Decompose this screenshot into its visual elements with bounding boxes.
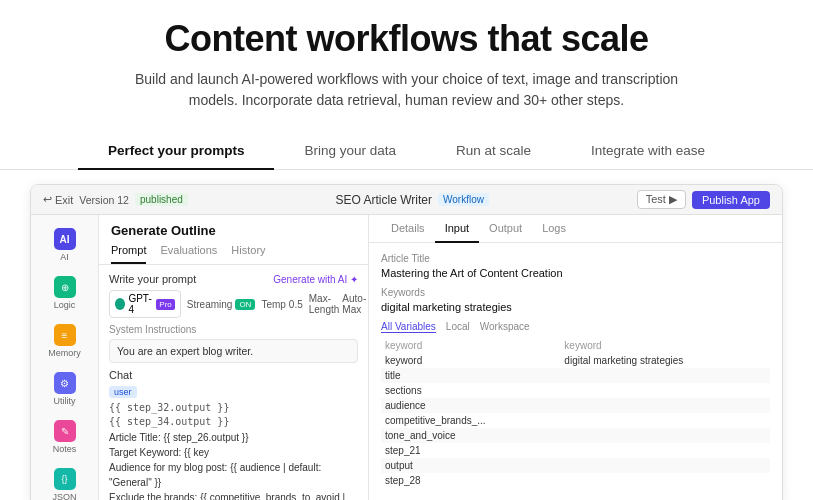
sidebar-label-utility: Utility (54, 396, 76, 406)
table-row: title (381, 368, 770, 383)
var-value (560, 458, 770, 473)
var-value (560, 413, 770, 428)
hero-subtitle: Build and launch AI-powered workflows wi… (127, 69, 687, 111)
pro-badge: Pro (156, 299, 174, 310)
var-tab-local[interactable]: Local (446, 321, 470, 333)
model-config: GPT-4 Pro Streaming ON Temp 0.5 Max-Leng… (109, 290, 358, 318)
table-row: audience (381, 398, 770, 413)
keywords-label: Keywords (381, 287, 770, 298)
article-title-value: Mastering the Art of Content Creation (381, 267, 770, 279)
chat-line2: {{ step_34.output }} (109, 416, 358, 427)
model-badge[interactable]: GPT-4 Pro (109, 290, 181, 318)
streaming-config: Streaming ON (187, 299, 256, 310)
sidebar-item-json[interactable]: {} JSON (39, 463, 91, 500)
system-instructions-text: You are an expert blog writer. (117, 345, 253, 357)
sidebar-label-json: JSON (52, 492, 76, 500)
sidebar-label-memory: Memory (48, 348, 81, 358)
notes-icon: ✎ (54, 420, 76, 442)
sidebar-label-ai: AI (60, 252, 69, 262)
streaming-label: Streaming (187, 299, 233, 310)
right-panel-tabs: Details Input Output Logs (369, 215, 782, 243)
test-button[interactable]: Test ▶ (637, 190, 686, 209)
system-instructions-box[interactable]: You are an expert blog writer. (109, 339, 358, 363)
var-value (560, 383, 770, 398)
table-row: step_28 (381, 473, 770, 488)
logic-icon: ⊕ (54, 276, 76, 298)
temp-value: 0.5 (289, 299, 303, 310)
chat-line1: {{ step_32.output }} (109, 402, 358, 413)
tab-run-at-scale[interactable]: Run at scale (426, 133, 561, 170)
var-name: step_28 (381, 473, 560, 488)
variables-table: keyword keyword keyworddigital marketing… (381, 338, 770, 488)
var-value: digital marketing strategies (560, 353, 770, 368)
generate-ai-button[interactable]: Generate with AI ✦ (273, 274, 358, 285)
var-value (560, 443, 770, 458)
table-row: output (381, 458, 770, 473)
tab-perfect-prompts[interactable]: Perfect your prompts (78, 133, 275, 170)
streaming-toggle[interactable]: ON (235, 299, 255, 310)
hero-title: Content workflows that scale (60, 18, 753, 59)
article-title-label: Article Title (381, 253, 770, 264)
tab-details[interactable]: Details (381, 215, 435, 243)
sidebar-label-logic: Logic (54, 300, 76, 310)
topbar-center: SEO Article Writer Workflow (196, 193, 629, 207)
maxlength-label: Max-Length (309, 293, 340, 315)
var-tab-workspace[interactable]: Workspace (480, 321, 530, 333)
app-frame: ↩ Exit Version 12 published SEO Article … (30, 184, 783, 500)
exit-button[interactable]: ↩ Exit (43, 193, 73, 206)
memory-icon: ≡ (54, 324, 76, 346)
app-content: AI AI ⊕ Logic ≡ Memory ⚙ Utility ✎ Notes… (31, 215, 782, 500)
center-panel: Generate Outline Prompt Evaluations Hist… (99, 215, 369, 500)
workflow-title: SEO Article Writer (336, 193, 432, 207)
table-row: competitive_brands_... (381, 413, 770, 428)
sidebar-item-logic[interactable]: ⊕ Logic (39, 271, 91, 315)
var-value (560, 428, 770, 443)
tab-prompt[interactable]: Prompt (111, 244, 146, 264)
json-icon: {} (54, 468, 76, 490)
user-badge: user (109, 386, 137, 398)
workflow-badge: Workflow (438, 193, 489, 206)
publish-button[interactable]: Publish App (692, 191, 770, 209)
topbar-left: ↩ Exit Version 12 published (43, 193, 188, 206)
var-name: keyword (381, 353, 560, 368)
var-value (560, 368, 770, 383)
gpt-icon (115, 298, 125, 310)
table-row: sections (381, 383, 770, 398)
sidebar-item-notes[interactable]: ✎ Notes (39, 415, 91, 459)
temp-config: Temp 0.5 (261, 299, 302, 310)
var-name: title (381, 368, 560, 383)
tab-bring-data[interactable]: Bring your data (274, 133, 426, 170)
hero-section: Content workflows that scale Build and l… (0, 0, 813, 111)
section-tabs: Perfect your prompts Bring your data Run… (0, 133, 813, 170)
var-name: output (381, 458, 560, 473)
sidebar-item-utility[interactable]: ⚙ Utility (39, 367, 91, 411)
temp-label: Temp (261, 299, 285, 310)
sidebar-item-ai[interactable]: AI AI (39, 223, 91, 267)
right-panel: Details Input Output Logs Article Title … (369, 215, 782, 500)
var-col-value: keyword (560, 338, 770, 353)
var-name: tone_and_voice (381, 428, 560, 443)
var-name: step_21 (381, 443, 560, 458)
version-label: Version 12 (79, 194, 129, 206)
tab-output[interactable]: Output (479, 215, 532, 243)
top-bar: ↩ Exit Version 12 published SEO Article … (31, 185, 782, 215)
article-content[interactable]: Article Title: {{ step_26.output }} Targ… (109, 430, 358, 500)
chat-label: Chat (109, 369, 358, 381)
ai-icon: AI (54, 228, 76, 250)
table-row: step_21 (381, 443, 770, 458)
var-tab-all[interactable]: All Variables (381, 321, 436, 333)
tab-input[interactable]: Input (435, 215, 479, 243)
variables-tabs: All Variables Local Workspace (381, 321, 770, 333)
tab-integrate[interactable]: Integrate with ease (561, 133, 735, 170)
maxlength-config: Max-Length Auto-Max (309, 293, 367, 315)
var-value (560, 473, 770, 488)
write-prompt-label: Write your prompt (109, 273, 196, 285)
tab-history[interactable]: History (231, 244, 265, 264)
tab-logs[interactable]: Logs (532, 215, 576, 243)
topbar-right: Test ▶ Publish App (637, 190, 770, 209)
left-sidebar: AI AI ⊕ Logic ≡ Memory ⚙ Utility ✎ Notes… (31, 215, 99, 500)
tab-evaluations[interactable]: Evaluations (160, 244, 217, 264)
table-row: keyworddigital marketing strategies (381, 353, 770, 368)
sidebar-item-memory[interactable]: ≡ Memory (39, 319, 91, 363)
system-instructions-label: System Instructions (109, 324, 358, 335)
